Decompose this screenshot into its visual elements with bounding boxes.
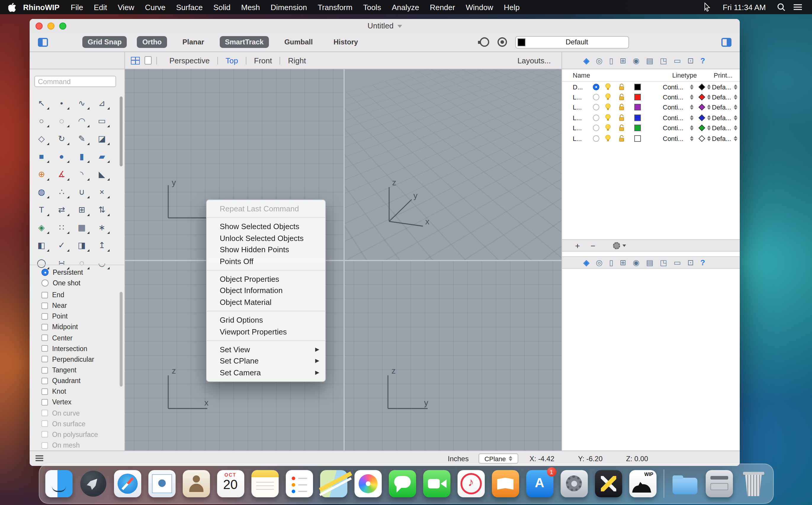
display-icon[interactable]: ⊡ [687, 56, 694, 65]
osnap-option[interactable]: Perpendicular [41, 354, 98, 365]
material-stepper-icon[interactable] [707, 105, 711, 110]
material-stepper-icon[interactable] [707, 126, 711, 131]
layer-linetype[interactable]: Conti... [663, 114, 683, 121]
new-viewport-icon[interactable] [144, 56, 152, 64]
checkbox[interactable] [41, 292, 48, 298]
context-menu-item[interactable]: Set CPlane ▶ [207, 355, 325, 367]
current-layer-radio[interactable] [593, 115, 599, 121]
menu-item[interactable]: File [65, 3, 89, 12]
osnap-option[interactable]: On curve [41, 407, 98, 418]
layer-material-icon[interactable] [699, 135, 705, 142]
display-icon[interactable]: ⊡ [687, 258, 694, 267]
layer-lock-icon[interactable] [618, 93, 625, 101]
hatch-icon[interactable]: ▤ [646, 258, 654, 267]
mail[interactable] [148, 470, 175, 497]
materials-icon[interactable]: ⊞ [620, 56, 626, 65]
layer-visibility-icon[interactable] [605, 83, 611, 91]
osnap-option[interactable]: Point [41, 311, 98, 322]
music[interactable] [457, 470, 485, 497]
layer-color-swatch[interactable] [634, 115, 641, 121]
material-stepper-icon[interactable] [707, 115, 711, 121]
menu-item[interactable]: Analyze [387, 3, 425, 12]
checkbox[interactable] [41, 335, 48, 341]
viewport-right[interactable]: z y [345, 261, 561, 451]
linetype-stepper-icon[interactable] [690, 84, 694, 90]
context-menu-item[interactable]: Object Information ▶ [207, 285, 325, 297]
checkbox[interactable] [41, 431, 48, 438]
position-icon[interactable]: ◳ [660, 258, 667, 267]
layer-lock-icon[interactable] [618, 104, 625, 111]
plane-tool[interactable]: ▰ [94, 149, 110, 164]
context-menu-item[interactable]: Viewport Properties ▶ [207, 326, 325, 337]
extrude-tool[interactable]: ↥ [94, 237, 110, 253]
messages[interactable] [389, 470, 416, 497]
current-layer-radio[interactable] [593, 83, 599, 90]
title-bar[interactable]: Untitled [30, 19, 740, 32]
menu-item[interactable]: Surface [171, 3, 208, 12]
menu-item[interactable]: Solid [208, 3, 236, 12]
layer-color-swatch[interactable] [634, 94, 641, 100]
select-tool[interactable]: ↖ [33, 95, 50, 111]
arc-alt-tool[interactable]: ◡ [94, 255, 110, 271]
material-stepper-icon[interactable] [707, 84, 711, 90]
layer-material-icon[interactable] [699, 125, 705, 132]
graphics[interactable] [595, 470, 622, 497]
toolbar-toggle[interactable]: Planar [177, 36, 210, 48]
layer-color-swatch[interactable] [634, 104, 641, 111]
osnap-option[interactable]: Midpoint [41, 322, 98, 332]
osnap-persistence-option[interactable]: One shot [41, 278, 83, 288]
appstore[interactable]: 1 [526, 470, 553, 497]
layer-linetype[interactable]: Conti... [663, 125, 683, 132]
toolbar-toggle[interactable]: SmartTrack [220, 36, 269, 48]
cage-edit-tool[interactable]: ◈ [33, 220, 50, 235]
join-tool[interactable]: ∪ [74, 184, 90, 199]
title-chevron-icon[interactable] [397, 25, 402, 28]
polygon-tool[interactable]: ◇ [33, 131, 50, 146]
context-menu-item[interactable]: Object Properties ▶ [207, 274, 325, 285]
render-icon[interactable]: ◉ [633, 258, 640, 267]
layer-material-icon[interactable] [699, 83, 705, 90]
osnap-option[interactable]: End [41, 290, 98, 300]
linetype-stepper-icon[interactable] [690, 95, 694, 100]
layer-lock-icon[interactable] [618, 83, 625, 91]
status-menu-icon[interactable] [35, 455, 43, 461]
viewport-tab[interactable]: Top [218, 56, 246, 65]
toolbar-toggle[interactable]: Ortho [137, 36, 167, 48]
polyline-tool[interactable]: ⊿ [94, 95, 110, 111]
add-layer-button[interactable]: + [575, 241, 580, 250]
print-stepper-icon[interactable] [734, 84, 737, 90]
edit-curve-tool[interactable]: ✎ [74, 131, 90, 146]
layer-row[interactable]: L... Conti... [562, 103, 740, 113]
checkbox[interactable] [41, 324, 48, 330]
material-stepper-icon[interactable] [707, 95, 711, 100]
menu-item[interactable]: Dimension [265, 3, 312, 12]
mirror-tool[interactable]: ⇅ [94, 202, 110, 217]
viewport-tab[interactable]: Right [280, 56, 314, 65]
safari[interactable] [114, 470, 141, 497]
linetype-stepper-icon[interactable] [690, 115, 694, 121]
rectangle-tool[interactable]: ▭ [94, 113, 110, 129]
checkbox[interactable] [41, 410, 48, 416]
layer-print-color[interactable]: Defa... [712, 104, 731, 111]
viewport-tab[interactable]: Perspective [162, 56, 217, 65]
checkbox[interactable] [41, 442, 48, 449]
menu-item[interactable]: Edit [89, 3, 113, 12]
osnap-option[interactable]: Knot [41, 386, 98, 397]
menu-bar-clock[interactable]: Fri 11:34 AM [723, 3, 766, 12]
osnap-option[interactable]: Intersection [41, 343, 98, 354]
minimize-button[interactable] [47, 22, 54, 30]
array-tool[interactable]: ∷ [53, 220, 70, 235]
cplane-select[interactable]: CPlane [479, 454, 518, 464]
polar-array-tool[interactable]: ∗ [94, 220, 110, 235]
photos[interactable] [354, 470, 381, 497]
osnap-option[interactable]: Quadrant [41, 375, 98, 386]
layer-print-color[interactable]: Defa... [712, 83, 731, 90]
layer-row[interactable]: L... Conti... [562, 92, 740, 103]
linetype-stepper-icon[interactable] [690, 136, 694, 141]
help-icon[interactable]: ? [700, 258, 705, 267]
osnap-option[interactable]: On mesh [41, 440, 98, 451]
context-menu-item[interactable]: Repeat Last Command ▶ [207, 203, 325, 215]
grid-array-tool[interactable]: ▦ [74, 220, 90, 235]
layout-icon[interactable]: ▭ [674, 258, 681, 267]
layer-color-swatch[interactable] [634, 83, 641, 90]
